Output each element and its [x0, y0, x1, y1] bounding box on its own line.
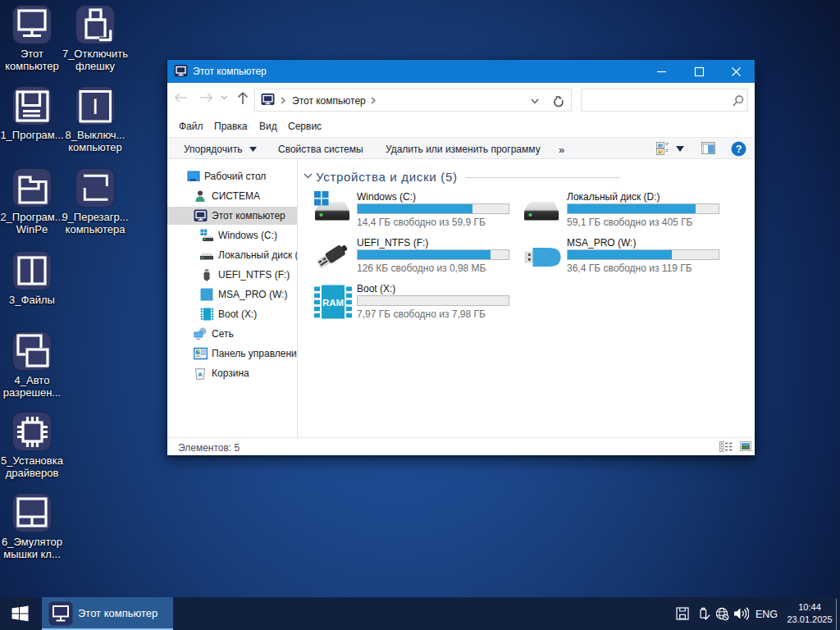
svg-text:?: ? [736, 144, 742, 155]
svg-text:RAM: RAM [322, 298, 344, 308]
